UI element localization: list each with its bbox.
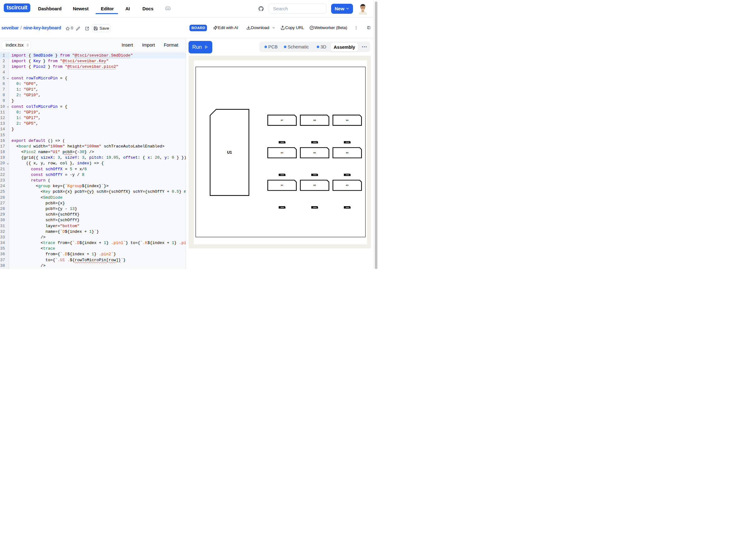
svg-text:K3: K3 [346, 185, 349, 187]
svg-text:K2: K2 [313, 185, 316, 187]
svg-text:K8: K8 [313, 119, 316, 121]
svg-text:K5: K5 [313, 152, 316, 154]
svg-text:K6: K6 [346, 152, 349, 154]
svg-text:U1: U1 [227, 151, 232, 155]
svg-text:K4: K4 [281, 152, 283, 154]
svg-text:K7: K7 [281, 119, 283, 121]
svg-text:K1: K1 [281, 185, 283, 187]
svg-text:K9: K9 [346, 119, 349, 121]
